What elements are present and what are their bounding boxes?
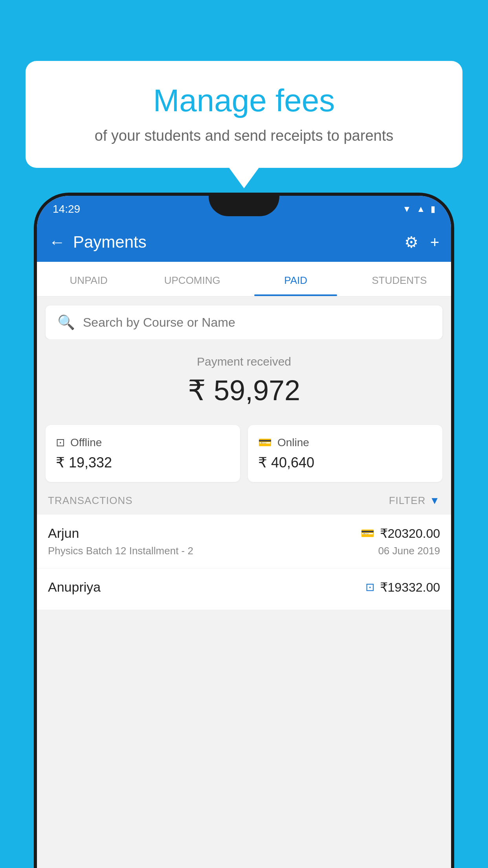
tab-unpaid[interactable]: UNPAID bbox=[37, 262, 141, 296]
add-icon[interactable]: + bbox=[430, 234, 439, 251]
filter-label: FILTER bbox=[389, 495, 426, 507]
transaction-top-2: Anupriya ⊡ ₹19332.00 bbox=[48, 579, 440, 595]
phone-notch bbox=[209, 196, 279, 216]
search-input[interactable] bbox=[83, 315, 431, 330]
transactions-label: TRANSACTIONS bbox=[48, 495, 133, 507]
payment-cards-row: ⊡ Offline ₹ 19,332 💳 Online ₹ 40,640 bbox=[46, 425, 442, 482]
settings-icon[interactable]: ⚙ bbox=[404, 233, 418, 251]
amount-wrap-2: ⊡ ₹19332.00 bbox=[365, 580, 440, 595]
bubble-subtitle: of your students and send receipts to pa… bbox=[49, 127, 439, 144]
app-title: Payments bbox=[73, 233, 404, 252]
search-container[interactable]: 🔍 bbox=[46, 305, 442, 339]
tab-students[interactable]: STUDENTS bbox=[348, 262, 451, 296]
content-area: 🔍 Payment received ₹ 59,972 ⊡ Offline ₹ … bbox=[37, 305, 451, 610]
offline-amount: ₹ 19,332 bbox=[56, 454, 230, 471]
online-payment-card: 💳 Online ₹ 40,640 bbox=[248, 425, 442, 482]
transaction-amount-1: ₹20320.00 bbox=[380, 526, 440, 541]
app-bar: ← Payments ⚙ + bbox=[37, 223, 451, 262]
offline-payment-card: ⊡ Offline ₹ 19,332 bbox=[46, 425, 240, 482]
payment-received-label: Payment received bbox=[49, 355, 439, 368]
tabs-container: UNPAID UPCOMING PAID STUDENTS bbox=[37, 262, 451, 297]
back-button[interactable]: ← bbox=[49, 233, 65, 252]
offline-icon: ⊡ bbox=[56, 436, 65, 449]
tab-paid[interactable]: PAID bbox=[244, 262, 348, 296]
speech-bubble: Manage fees of your students and send re… bbox=[26, 61, 462, 168]
online-amount: ₹ 40,640 bbox=[258, 454, 432, 471]
speech-bubble-container: Manage fees of your students and send re… bbox=[26, 61, 462, 168]
online-icon: 💳 bbox=[258, 436, 272, 449]
amount-wrap-1: 💳 ₹20320.00 bbox=[361, 526, 440, 541]
tab-upcoming[interactable]: UPCOMING bbox=[141, 262, 244, 296]
transaction-amount-2: ₹19332.00 bbox=[380, 580, 440, 595]
payment-received-section: Payment received ₹ 59,972 bbox=[37, 339, 451, 419]
signal-icon: ▲ bbox=[416, 204, 425, 214]
search-icon: 🔍 bbox=[57, 314, 75, 331]
app-bar-actions: ⚙ + bbox=[404, 233, 439, 251]
battery-icon: ▮ bbox=[431, 204, 435, 214]
online-label: Online bbox=[277, 436, 309, 449]
bubble-title: Manage fees bbox=[49, 83, 439, 119]
transaction-top-1: Arjun 💳 ₹20320.00 bbox=[48, 526, 440, 541]
student-name-2: Anupriya bbox=[48, 579, 101, 595]
table-row[interactable]: Arjun 💳 ₹20320.00 Physics Batch 12 Insta… bbox=[37, 515, 451, 568]
filter-icon: ▼ bbox=[429, 495, 440, 507]
phone-frame: 14:29 ▼ ▲ ▮ ← Payments ⚙ + UNPAID UPCOMI… bbox=[34, 193, 454, 868]
payment-type-icon-2: ⊡ bbox=[365, 581, 374, 594]
course-info-1: Physics Batch 12 Installment - 2 bbox=[48, 545, 193, 557]
transaction-date-1: 06 June 2019 bbox=[378, 545, 440, 557]
table-row[interactable]: Anupriya ⊡ ₹19332.00 bbox=[37, 568, 451, 610]
payment-type-icon-1: 💳 bbox=[361, 527, 374, 540]
transactions-header: TRANSACTIONS FILTER ▼ bbox=[37, 482, 451, 515]
status-icons: ▼ ▲ ▮ bbox=[402, 204, 435, 214]
transaction-bottom-1: Physics Batch 12 Installment - 2 06 June… bbox=[48, 545, 440, 557]
offline-label: Offline bbox=[70, 436, 102, 449]
offline-card-header: ⊡ Offline bbox=[56, 436, 230, 449]
payment-amount: ₹ 59,972 bbox=[49, 374, 439, 407]
wifi-icon: ▼ bbox=[402, 204, 411, 214]
status-time: 14:29 bbox=[53, 203, 80, 215]
online-card-header: 💳 Online bbox=[258, 436, 432, 449]
student-name-1: Arjun bbox=[48, 526, 79, 541]
filter-button[interactable]: FILTER ▼ bbox=[389, 495, 440, 507]
phone-inner: 14:29 ▼ ▲ ▮ ← Payments ⚙ + UNPAID UPCOMI… bbox=[37, 196, 451, 868]
